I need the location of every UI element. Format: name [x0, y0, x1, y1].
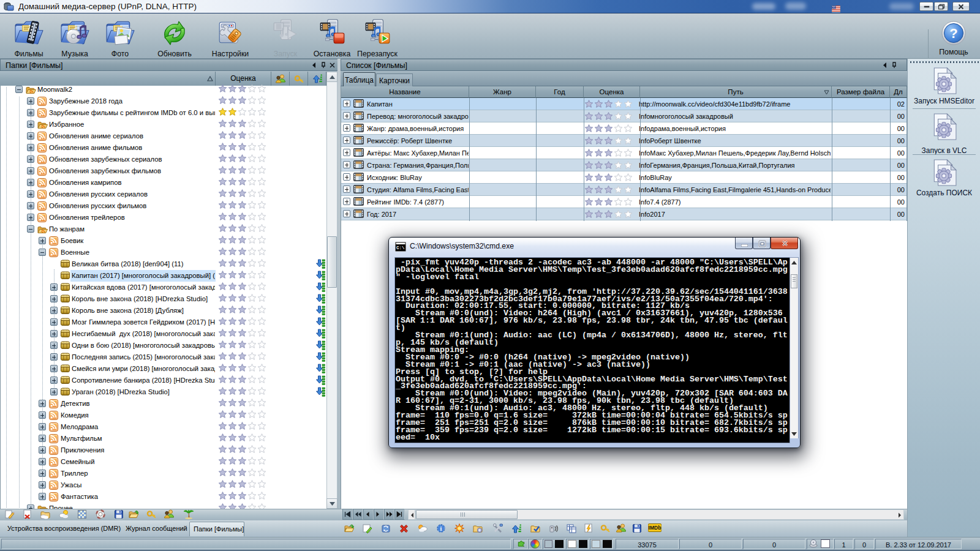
svg-text:?: ? [949, 26, 957, 41]
svg-text:C:\: C:\ [396, 246, 405, 250]
svg-text:i: i [440, 525, 442, 532]
svg-text:IMDb: IMDb [649, 525, 662, 531]
